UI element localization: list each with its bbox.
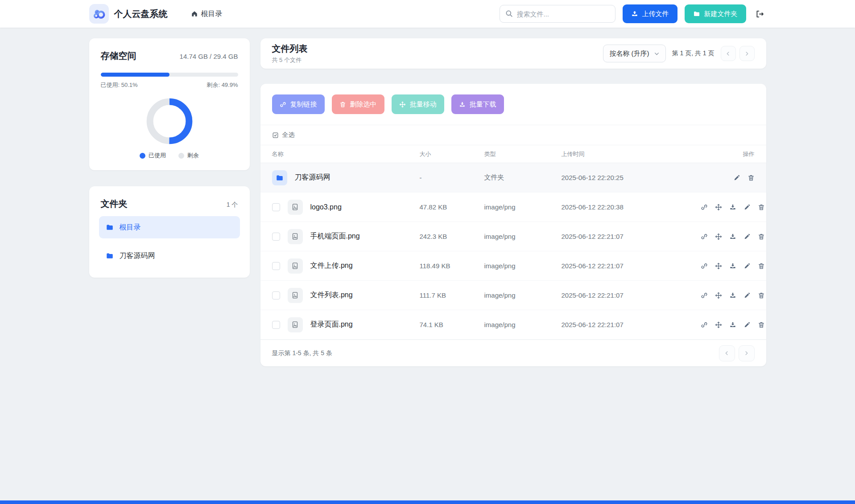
batch-move-label: 批量移动 <box>410 100 437 109</box>
storage-donut-chart <box>145 96 194 146</box>
download-icon[interactable] <box>729 204 736 211</box>
chevron-left-icon <box>724 350 730 356</box>
delete-icon[interactable] <box>758 321 765 328</box>
legend-used-label: 已使用 <box>149 152 166 160</box>
download-icon[interactable] <box>729 233 736 240</box>
rename-icon[interactable] <box>743 262 751 270</box>
table-row: logo3.png 47.82 KB image/png 2025-06-12 … <box>260 193 766 222</box>
column-actions: 操作 <box>701 150 755 158</box>
copy-link-icon[interactable] <box>701 233 708 240</box>
download-icon[interactable] <box>729 262 736 270</box>
main-panel: 文件列表 共 5 个文件 按名称 (升序) 第 1 页, 共 1 页 <box>260 38 766 366</box>
sidebar-item-folder[interactable]: 刀客源码网 <box>99 245 240 267</box>
file-type: image/png <box>484 321 562 328</box>
row-checkbox[interactable] <box>272 262 280 270</box>
check-square-icon <box>272 132 279 139</box>
sidebar-folder-label: 刀客源码网 <box>120 251 155 261</box>
download-icon[interactable] <box>729 292 736 299</box>
batch-move-button[interactable]: 批量移动 <box>392 94 444 114</box>
delete-icon[interactable] <box>758 292 765 299</box>
cloud-logo-icon <box>92 7 106 20</box>
file-name: 文件列表.png <box>310 291 353 300</box>
file-size: 74.1 KB <box>420 321 484 328</box>
file-size: - <box>420 174 484 181</box>
row-checkbox[interactable] <box>272 203 280 211</box>
move-icon <box>399 101 406 108</box>
rename-icon[interactable] <box>743 321 751 328</box>
select-all-toggle[interactable]: 全选 <box>260 125 766 145</box>
sort-select-value: 按名称 (升序) <box>609 49 649 58</box>
copy-link-icon[interactable] <box>701 321 708 328</box>
move-icon[interactable] <box>715 321 722 328</box>
row-checkbox[interactable] <box>272 291 280 299</box>
batch-download-button[interactable]: 批量下载 <box>451 94 504 114</box>
move-icon[interactable] <box>715 204 722 211</box>
delete-icon[interactable] <box>758 204 765 211</box>
search-input[interactable] <box>500 5 615 23</box>
prev-page-button[interactable] <box>721 46 736 61</box>
file-type: image/png <box>484 203 562 211</box>
file-name: logo3.png <box>310 203 342 211</box>
folder-name-link[interactable]: 刀客源码网 <box>295 173 330 182</box>
rename-icon[interactable] <box>743 204 751 211</box>
prev-page-button[interactable] <box>719 345 735 361</box>
delete-icon[interactable] <box>758 262 765 270</box>
sign-out-icon <box>755 9 764 19</box>
folder-icon <box>272 170 287 185</box>
next-page-button[interactable] <box>739 46 755 61</box>
folder-icon <box>106 252 114 260</box>
move-icon[interactable] <box>715 262 722 270</box>
column-size: 大小 <box>420 150 484 158</box>
table-row: 手机端页面.png 242.3 KB image/png 2025-06-12 … <box>260 222 766 251</box>
upload-file-button[interactable]: 上传文件 <box>623 4 677 23</box>
new-folder-button[interactable]: 新建文件夹 <box>685 4 746 23</box>
legend-used: 已使用 <box>140 152 166 160</box>
image-file-icon <box>288 200 303 215</box>
file-time: 2025-06-12 22:20:38 <box>562 203 701 211</box>
download-icon <box>459 101 466 108</box>
list-footer: 显示第 1-5 条, 共 5 条 <box>260 340 766 366</box>
delete-icon[interactable] <box>748 174 755 181</box>
table-row: 刀客源码网 - 文件夹 2025-06-12 22:20:25 <box>260 163 766 193</box>
copy-link-icon[interactable] <box>701 204 708 211</box>
search-icon <box>505 9 513 18</box>
delete-selected-button[interactable]: 删除选中 <box>332 94 384 114</box>
row-checkbox[interactable] <box>272 233 280 241</box>
rename-icon[interactable] <box>743 233 751 240</box>
rename-icon[interactable] <box>733 174 740 181</box>
app-logo <box>89 4 109 24</box>
page-title: 文件列表 <box>272 43 308 55</box>
search-box <box>500 5 615 23</box>
sidebar-item-root-folder[interactable]: 根目录 <box>99 216 240 238</box>
copy-link-button[interactable]: 复制链接 <box>272 94 325 114</box>
storage-usage-text: 14.74 GB / 29.4 GB <box>180 53 238 60</box>
file-list-header-card: 文件列表 共 5 个文件 按名称 (升序) 第 1 页, 共 1 页 <box>260 38 766 69</box>
copy-link-icon[interactable] <box>701 292 708 299</box>
folders-card: 文件夹 1 个 根目录 刀客源码网 <box>89 186 250 278</box>
rename-icon[interactable] <box>743 292 751 299</box>
copy-link-label: 复制链接 <box>290 100 317 109</box>
download-icon[interactable] <box>729 321 736 328</box>
sort-select[interactable]: 按名称 (升序) <box>603 45 665 62</box>
copy-link-icon[interactable] <box>701 262 708 270</box>
delete-icon[interactable] <box>758 233 765 240</box>
row-checkbox[interactable] <box>272 321 280 329</box>
result-range-text: 显示第 1-5 条, 共 5 条 <box>272 349 332 357</box>
file-size: 47.82 KB <box>420 203 484 211</box>
sidebar: 存储空间 14.74 GB / 29.4 GB 已使用: 50.1% 剩余: 4… <box>89 38 250 366</box>
upload-button-label: 上传文件 <box>642 10 669 18</box>
move-icon[interactable] <box>715 233 722 240</box>
file-size: 111.7 KB <box>420 291 484 299</box>
file-type: image/png <box>484 262 562 270</box>
move-icon[interactable] <box>715 292 722 299</box>
chevron-right-icon <box>744 51 750 57</box>
breadcrumb[interactable]: 根目录 <box>191 9 223 19</box>
home-icon <box>191 10 198 17</box>
next-page-button[interactable] <box>739 345 755 361</box>
file-time: 2025-06-12 22:21:07 <box>562 233 701 240</box>
table-header: 名称 大小 类型 上传时间 操作 <box>260 145 766 163</box>
storage-card: 存储空间 14.74 GB / 29.4 GB 已使用: 50.1% 剩余: 4… <box>89 38 250 170</box>
file-count-subtitle: 共 5 个文件 <box>272 56 308 64</box>
logout-button[interactable] <box>753 8 766 20</box>
app-title: 个人云盘系统 <box>114 8 168 20</box>
